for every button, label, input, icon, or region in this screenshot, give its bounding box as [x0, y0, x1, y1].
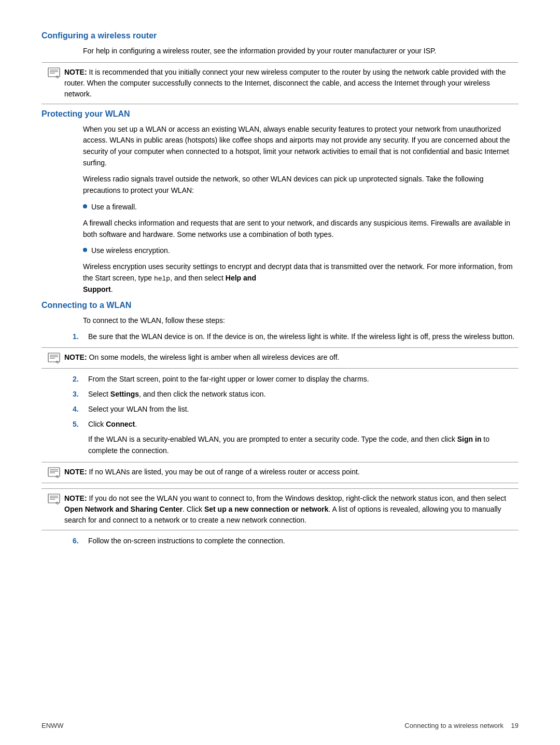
- bullet2-label: Use wireless encryption.: [91, 245, 519, 256]
- note-icon: [48, 67, 60, 79]
- step1-text: Be sure that the WLAN device is on. If t…: [88, 331, 519, 342]
- step1-note-text: NOTE:On some models, the wireless light …: [64, 352, 340, 363]
- bullet1-label: Use a firewall.: [91, 202, 519, 213]
- step4: 4. Select your WLAN from the list.: [73, 404, 519, 415]
- bullet-dot-1: [83, 204, 87, 208]
- open-network-bold: Open Network and Sharing Center: [64, 505, 183, 513]
- section1-heading: Configuring a wireless router: [41, 31, 519, 40]
- section1-note: NOTE:It is recommended that you initiall…: [41, 62, 519, 104]
- step6-num: 6.: [73, 536, 83, 546]
- note-icon-step5b: [48, 494, 60, 505]
- step6-text: Follow the on-screen instructions to com…: [88, 536, 519, 546]
- bullet-dot-2: [83, 248, 87, 252]
- step2: 2. From the Start screen, point to the f…: [73, 374, 519, 385]
- step5-text: Click Connect.: [88, 419, 519, 430]
- bullet1-subtext: A firewall checks information and reques…: [83, 218, 519, 240]
- svg-rect-10: [48, 468, 60, 476]
- section2-para2: Wireless radio signals travel outside th…: [83, 174, 519, 196]
- svg-rect-15: [48, 494, 60, 503]
- bullet1-item: Use a firewall.: [83, 202, 519, 213]
- step5a-note-text: NOTE:If no WLANs are listed, you may be …: [64, 467, 360, 477]
- section2-para1: When you set up a WLAN or access an exis…: [83, 124, 519, 169]
- footer-right: Connecting to a wireless network 19: [404, 722, 519, 729]
- step3: 3. Select Settings, and then click the n…: [73, 389, 519, 400]
- step3-num: 3.: [73, 389, 83, 400]
- note-icon-step5a: [48, 467, 60, 479]
- step4-text: Select your WLAN from the list.: [88, 404, 519, 415]
- note-icon-step1: [48, 353, 60, 364]
- step1-num: 1.: [73, 331, 83, 342]
- section3-heading: Connecting to a WLAN: [41, 301, 519, 310]
- step1-note: NOTE:On some models, the wireless light …: [41, 347, 519, 369]
- step5: 5. Click Connect.: [73, 419, 519, 430]
- step3-text: Select Settings, and then click the netw…: [88, 389, 519, 400]
- bullet2-item: Use wireless encryption.: [83, 245, 519, 256]
- section3-intro: To connect to the WLAN, follow these ste…: [83, 315, 519, 327]
- help-code: help: [154, 275, 170, 283]
- connect-bold: Connect: [106, 420, 135, 428]
- section2-heading: Protecting your WLAN: [41, 109, 519, 119]
- settings-bold: Settings: [110, 390, 139, 398]
- set-up-bold: Set up a new connection or network: [204, 505, 329, 513]
- bullet2-subtext: Wireless encryption uses security settin…: [83, 261, 519, 296]
- step5a-note: NOTE:If no WLANs are listed, you may be …: [41, 462, 519, 483]
- step2-text: From the Start screen, point to the far-…: [88, 374, 519, 385]
- step1: 1. Be sure that the WLAN device is on. I…: [73, 331, 519, 342]
- step5b-note-text: NOTE:If you do not see the WLAN you want…: [64, 493, 512, 526]
- footer-left: ENWW: [41, 722, 64, 729]
- page-footer: ENWW Connecting to a wireless network 19: [41, 722, 519, 729]
- svg-rect-5: [48, 353, 60, 362]
- step6: 6. Follow the on-screen instructions to …: [73, 536, 519, 546]
- step5b-note: NOTE:If you do not see the WLAN you want…: [41, 488, 519, 530]
- step5-subtext: If the WLAN is a security-enabled WLAN, …: [88, 434, 519, 456]
- svg-rect-0: [48, 68, 60, 77]
- step5-num: 5.: [73, 419, 83, 430]
- step4-num: 4.: [73, 404, 83, 415]
- step2-num: 2.: [73, 374, 83, 385]
- section1-note-text: NOTE:It is recommended that you initiall…: [64, 67, 512, 100]
- sign-in-bold: Sign in: [457, 435, 482, 443]
- section1-intro: For help in configuring a wireless route…: [83, 46, 519, 57]
